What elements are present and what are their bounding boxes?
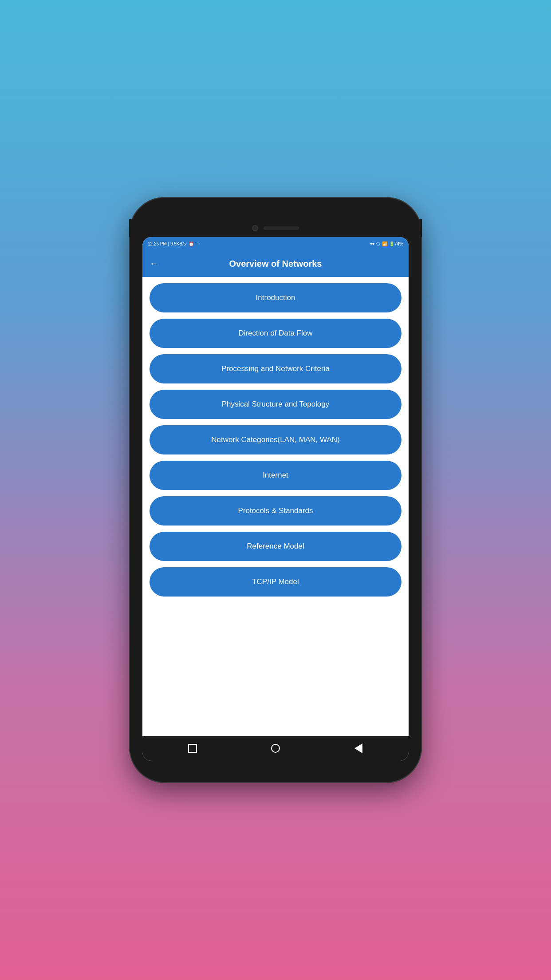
menu-item-tcpip-model[interactable]: TCP/IP Model [150,567,401,597]
camera-icon [252,225,258,231]
phone-screen: 12:26 PM | 9.5KB/s ⏰ ··· ▾▾ ⬠ 📶 🔋74% ← O… [142,237,409,761]
status-bar: 12:26 PM | 9.5KB/s ⏰ ··· ▾▾ ⬠ 📶 🔋74% [142,237,409,250]
menu-item-direction-of-data-flow[interactable]: Direction of Data Flow [150,319,401,348]
more-icon: ··· [197,241,200,246]
battery-icon: 🔋74% [389,241,403,246]
square-icon [188,744,197,753]
menu-item-processing-network-criteria[interactable]: Processing and Network Criteria [150,354,401,383]
app-bar-title: Overview of Networks [165,259,386,269]
menu-item-introduction[interactable]: Introduction [150,283,401,312]
speaker-icon [264,226,299,230]
app-bar: ← Overview of Networks [142,250,409,277]
wifi-icon: ▾▾ [370,241,374,246]
bottom-nav [142,736,409,761]
circle-icon [271,744,280,753]
status-left: 12:26 PM | 9.5KB/s ⏰ ··· [148,241,200,246]
content-area: Introduction Direction of Data Flow Proc… [142,277,409,736]
status-time: 12:26 PM | 9.5KB/s [148,241,186,246]
phone-top-bar [129,219,422,237]
phone-device: 12:26 PM | 9.5KB/s ⏰ ··· ▾▾ ⬠ 📶 🔋74% ← O… [129,197,422,783]
triangle-icon [354,743,362,753]
nav-back-button[interactable] [350,739,367,757]
signal-icon: 📶 [382,241,387,246]
menu-item-reference-model[interactable]: Reference Model [150,532,401,561]
menu-item-protocols-standards[interactable]: Protocols & Standards [150,496,401,526]
menu-item-internet[interactable]: Internet [150,461,401,490]
nav-home-button[interactable] [267,739,284,757]
alarm-icon: ⏰ [189,241,194,246]
status-right: ▾▾ ⬠ 📶 🔋74% [370,241,403,246]
bluetooth-icon: ⬠ [376,241,380,246]
back-button[interactable]: ← [150,258,159,269]
menu-item-physical-structure[interactable]: Physical Structure and Topology [150,390,401,419]
nav-square-button[interactable] [184,739,201,757]
menu-item-network-categories[interactable]: Network Categories(LAN, MAN, WAN) [150,425,401,454]
